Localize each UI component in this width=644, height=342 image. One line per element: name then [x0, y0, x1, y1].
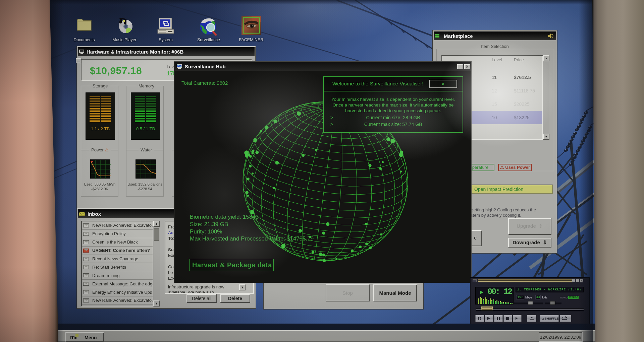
svg-text:▲SHUFFLE: ▲SHUFFLE	[542, 317, 558, 320]
